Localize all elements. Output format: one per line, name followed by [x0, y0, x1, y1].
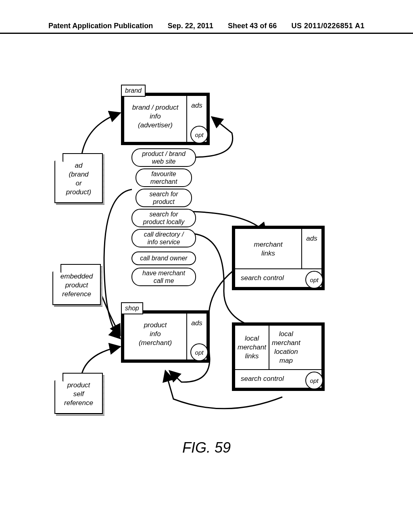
header-date: Sep. 22, 2011 — [168, 22, 213, 33]
figure-caption: FIG. 59 — [0, 439, 413, 456]
oval-call-directory: call directory /info service — [131, 229, 196, 247]
screen-shop-tag: shop — [121, 302, 143, 314]
screen-merchant-main: merchantlinks — [235, 240, 301, 258]
header-left: Patent Application Publication — [48, 22, 153, 33]
oval-website: product / brandweb site — [131, 148, 196, 167]
header-pub-id: US 2011/0226851 A1 — [292, 22, 365, 33]
oval-have-merchant-call: have merchantcall me — [131, 268, 196, 286]
doc-self-text: productselfreference — [64, 381, 93, 407]
screen-local-merchant: localmerchantlinks localmerchantlocation… — [232, 322, 325, 391]
doc-self: productselfreference — [54, 373, 103, 414]
screen-brand-main: brand / productinfo(advertiser) — [124, 103, 186, 130]
diagram-canvas: ad(brandorproduct) embeddedproductrefere… — [0, 32, 413, 532]
doc-ad: ad(brandorproduct) — [54, 153, 103, 203]
screen-brand-opt: opt — [190, 126, 208, 143]
oval-favourite: favouritemerchant — [136, 168, 192, 187]
screen-local-right: localmerchantlocationmap — [269, 326, 303, 369]
doc-embedded-text: embeddedproductreference — [60, 272, 93, 298]
screen-local-opt: opt — [305, 372, 323, 389]
screen-merchant-opt: opt — [305, 271, 323, 289]
oval-search-product: search forproduct — [136, 189, 192, 207]
screen-merchant-search-label: search control — [241, 274, 284, 282]
screen-brand-ads-label: ads — [191, 102, 202, 110]
screen-brand: brand brand / productinfo(advertiser) ad… — [121, 93, 210, 145]
oval-search-local: search forproduct locally — [131, 209, 196, 227]
screen-shop-opt: opt — [190, 343, 208, 361]
screen-merchant-ads: ads — [301, 229, 321, 268]
header-sheet: Sheet 43 of 66 — [228, 22, 277, 33]
screen-shop-main: productinfo(merchant) — [124, 321, 186, 347]
screen-merchant-ads-label: ads — [306, 235, 317, 243]
doc-ad-text: ad(brandorproduct) — [66, 162, 91, 196]
screen-shop: shop productinfo(merchant) ads opt — [121, 310, 210, 363]
oval-call-owner: call brand owner — [131, 251, 196, 265]
doc-embedded: embeddedproductreference — [52, 264, 101, 305]
screen-local-search-label: search control — [241, 375, 284, 383]
screen-brand-tag: brand — [121, 85, 146, 97]
screen-shop-ads-label: ads — [191, 319, 202, 327]
screen-local-split: localmerchantlinks localmerchantlocation… — [235, 326, 301, 369]
screen-merchant-links: merchantlinks ads search control opt — [232, 226, 325, 290]
screen-local-left: localmerchantlinks — [235, 326, 269, 369]
